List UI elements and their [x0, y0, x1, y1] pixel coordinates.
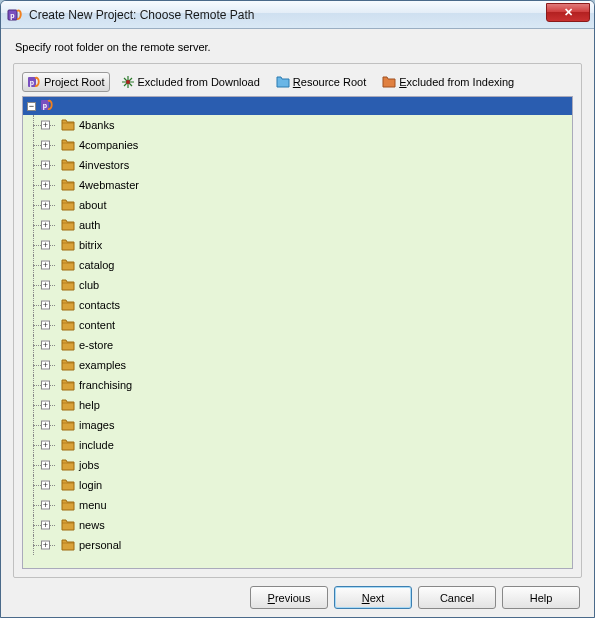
folder-icon: [61, 499, 75, 511]
expand-icon[interactable]: +: [41, 281, 50, 290]
next-button[interactable]: Next: [334, 586, 412, 609]
folder-icon: [61, 319, 75, 331]
cancel-button[interactable]: Cancel: [418, 586, 496, 609]
folder-icon: [61, 379, 75, 391]
expand-icon[interactable]: +: [41, 461, 50, 470]
expand-icon[interactable]: +: [41, 501, 50, 510]
tree-row[interactable]: + catalog: [23, 255, 572, 275]
tree-row[interactable]: + e-store: [23, 335, 572, 355]
folder-label: login: [79, 479, 102, 491]
svg-text:p: p: [43, 102, 47, 110]
expand-icon[interactable]: +: [41, 481, 50, 490]
expand-icon[interactable]: +: [41, 381, 50, 390]
folder-icon: [61, 239, 75, 251]
help-button-label: Help: [530, 592, 553, 604]
tree-row[interactable]: + include: [23, 435, 572, 455]
tree-children: + 4banks + 4companies + 4investors + 4we…: [23, 115, 572, 555]
tree-row[interactable]: + contacts: [23, 295, 572, 315]
tree-row[interactable]: + bitrix: [23, 235, 572, 255]
svg-text:p: p: [10, 12, 14, 20]
project-root-button[interactable]: p Project Root: [22, 72, 110, 92]
tree-row[interactable]: + 4companies: [23, 135, 572, 155]
tree-row[interactable]: + help: [23, 395, 572, 415]
expand-icon[interactable]: +: [41, 241, 50, 250]
titlebar: p Create New Project: Choose Remote Path…: [1, 1, 594, 29]
expand-icon[interactable]: +: [41, 161, 50, 170]
folder-icon: [61, 159, 75, 171]
folder-label: about: [79, 199, 107, 211]
tree-row[interactable]: + 4webmaster: [23, 175, 572, 195]
expand-icon[interactable]: +: [41, 401, 50, 410]
tree-row[interactable]: + franchising: [23, 375, 572, 395]
tree-row[interactable]: + examples: [23, 355, 572, 375]
expand-icon[interactable]: +: [41, 441, 50, 450]
excluded-download-button[interactable]: Excluded from Download: [116, 72, 265, 92]
folder-label: content: [79, 319, 115, 331]
folder-icon: [61, 119, 75, 131]
tree-root-row[interactable]: − p: [23, 97, 572, 115]
tree-row[interactable]: + club: [23, 275, 572, 295]
help-button[interactable]: Help: [502, 586, 580, 609]
tree-row[interactable]: + personal: [23, 535, 572, 555]
expand-icon[interactable]: +: [41, 361, 50, 370]
expand-icon[interactable]: +: [41, 181, 50, 190]
folder-label: include: [79, 439, 114, 451]
expand-icon[interactable]: +: [41, 421, 50, 430]
folder-label: auth: [79, 219, 100, 231]
folder-label: 4banks: [79, 119, 114, 131]
excluded-download-icon: [121, 75, 135, 89]
tree-row[interactable]: + about: [23, 195, 572, 215]
remote-tree[interactable]: − p + 4banks + 4companies +: [22, 96, 573, 569]
tree-row[interactable]: + login: [23, 475, 572, 495]
expand-icon[interactable]: +: [41, 301, 50, 310]
expand-icon[interactable]: +: [41, 141, 50, 150]
app-icon: p: [7, 7, 23, 23]
expand-icon[interactable]: +: [41, 121, 50, 130]
folder-icon: [61, 139, 75, 151]
resource-root-icon: [276, 75, 290, 89]
excluded-indexing-label: Excluded from Indexing: [399, 76, 514, 88]
folder-label: examples: [79, 359, 126, 371]
tree-row[interactable]: + images: [23, 415, 572, 435]
dialog-window: p Create New Project: Choose Remote Path…: [0, 0, 595, 618]
folder-label: news: [79, 519, 105, 531]
tree-row[interactable]: + content: [23, 315, 572, 335]
main-panel: p Project Root Excluded from Download: [13, 63, 582, 578]
svg-point-4: [126, 80, 130, 84]
toolbar: p Project Root Excluded from Download: [22, 72, 573, 92]
expand-icon[interactable]: +: [41, 541, 50, 550]
previous-button[interactable]: Previous: [250, 586, 328, 609]
folder-label: images: [79, 419, 114, 431]
next-button-label: Next: [362, 592, 385, 604]
previous-button-label: Previous: [268, 592, 311, 604]
tree-row[interactable]: + 4banks: [23, 115, 572, 135]
resource-root-button[interactable]: Resource Root: [271, 72, 371, 92]
folder-icon: [61, 219, 75, 231]
expand-icon[interactable]: +: [41, 321, 50, 330]
folder-label: e-store: [79, 339, 113, 351]
folder-label: franchising: [79, 379, 132, 391]
tree-row[interactable]: + auth: [23, 215, 572, 235]
expand-icon[interactable]: +: [41, 261, 50, 270]
folder-icon: [61, 259, 75, 271]
expand-icon[interactable]: +: [41, 521, 50, 530]
tree-row[interactable]: + jobs: [23, 455, 572, 475]
tree-row[interactable]: + menu: [23, 495, 572, 515]
tree-row[interactable]: + news: [23, 515, 572, 535]
folder-icon: [61, 339, 75, 351]
expand-icon[interactable]: +: [41, 341, 50, 350]
folder-icon: [61, 399, 75, 411]
folder-label: 4webmaster: [79, 179, 139, 191]
close-button[interactable]: ✕: [546, 3, 590, 22]
close-icon: ✕: [564, 6, 573, 19]
excluded-download-label: Excluded from Download: [138, 76, 260, 88]
folder-label: help: [79, 399, 100, 411]
expand-icon[interactable]: +: [41, 201, 50, 210]
excluded-indexing-button[interactable]: Excluded from Indexing: [377, 72, 519, 92]
dialog-content: Specify root folder on the remote server…: [1, 29, 594, 617]
collapse-icon[interactable]: −: [27, 102, 36, 111]
tree-row[interactable]: + 4investors: [23, 155, 572, 175]
folder-icon: [61, 359, 75, 371]
expand-icon[interactable]: +: [41, 221, 50, 230]
folder-label: contacts: [79, 299, 120, 311]
